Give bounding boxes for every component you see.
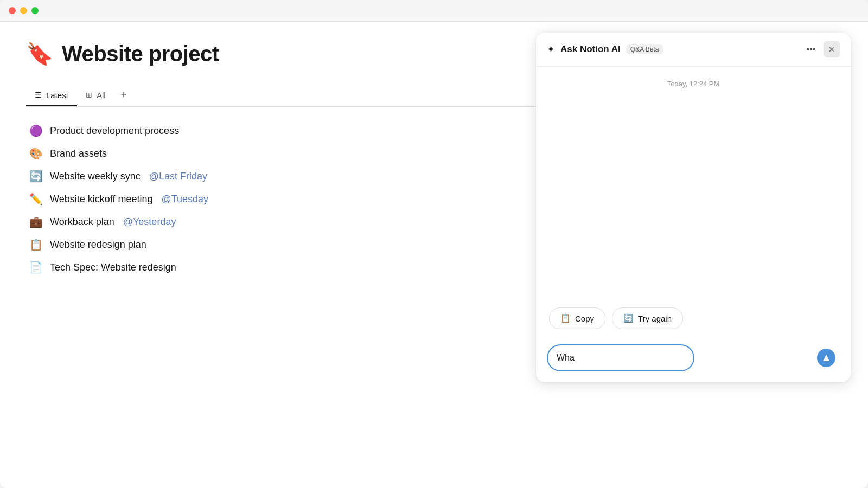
item-date-workback: @Yesterday: [123, 216, 176, 228]
ai-try-again-button[interactable]: 🔄 Try again: [612, 307, 683, 329]
item-icon-brand: 🎨: [28, 147, 43, 160]
page-icon: 🔖: [26, 41, 53, 67]
ai-badge: Q&A Beta: [626, 44, 663, 54]
item-text-workback: Workback plan: [50, 216, 114, 228]
page-title: Website project: [62, 42, 219, 66]
titlebar: [0, 0, 868, 22]
copy-icon: 📋: [560, 313, 571, 323]
ai-header-actions: ••• ✕: [803, 41, 840, 57]
ai-content-area: [549, 97, 838, 299]
try-again-button-label: Try again: [638, 314, 672, 323]
ai-panel-header: ✦ Ask Notion AI Q&A Beta ••• ✕: [536, 33, 851, 67]
item-icon-kickoff: ✏️: [28, 192, 43, 206]
item-text-tech-spec: Tech Spec: Website redesign: [50, 262, 176, 273]
item-text-redesign-plan: Website redesign plan: [50, 239, 146, 251]
item-text-weekly: Website weekly sync: [50, 171, 141, 182]
item-icon-product: 🟣: [28, 124, 43, 137]
item-icon-weekly: 🔄: [28, 170, 43, 183]
ai-timestamp: Today, 12:24 PM: [549, 80, 838, 88]
ai-body: Today, 12:24 PM 📋 Copy 🔄 Try again: [536, 67, 851, 338]
ai-spark-icon: ✦: [547, 43, 555, 55]
ai-action-buttons: 📋 Copy 🔄 Try again: [549, 299, 838, 338]
app-window: 🔖 Website project ☰ Latest ⊞ All + 🟣: [0, 0, 868, 488]
retry-icon: 🔄: [623, 313, 634, 323]
close-window-button[interactable]: [9, 7, 16, 14]
send-icon: [822, 354, 831, 362]
ai-more-button[interactable]: •••: [803, 41, 819, 57]
minimize-window-button[interactable]: [20, 7, 27, 14]
ai-title-group: ✦ Ask Notion AI Q&A Beta: [547, 43, 663, 55]
ai-copy-button[interactable]: 📋 Copy: [549, 307, 605, 329]
tab-latest-label: Latest: [46, 91, 68, 100]
tab-all[interactable]: ⊞ All: [77, 85, 114, 106]
ai-chat-input[interactable]: [547, 344, 694, 371]
item-date-kickoff: @Tuesday: [161, 194, 208, 205]
main-area: 🔖 Website project ☰ Latest ⊞ All + 🟣: [0, 22, 868, 488]
item-icon-workback: 💼: [28, 215, 43, 228]
ai-panel: ✦ Ask Notion AI Q&A Beta ••• ✕ Today, 12…: [536, 33, 851, 382]
tab-latest[interactable]: ☰ Latest: [26, 85, 77, 106]
tab-all-label: All: [97, 91, 106, 100]
item-text-kickoff: Website kickoff meeting: [50, 194, 152, 205]
add-tab-button[interactable]: +: [114, 84, 133, 106]
item-icon-redesign-plan: 📋: [28, 238, 43, 251]
tab-all-icon: ⊞: [86, 91, 92, 99]
copy-button-label: Copy: [575, 314, 594, 323]
ai-close-button[interactable]: ✕: [824, 41, 840, 57]
ai-send-button[interactable]: [817, 349, 835, 367]
ai-input-wrapper: [547, 344, 840, 371]
maximize-window-button[interactable]: [31, 7, 39, 14]
tab-latest-icon: ☰: [35, 91, 42, 99]
item-icon-tech-spec: 📄: [28, 261, 43, 274]
ai-input-row: [536, 338, 851, 382]
item-date-weekly: @Last Friday: [149, 171, 207, 182]
item-text-brand: Brand assets: [50, 148, 107, 159]
ai-panel-title: Ask Notion AI: [560, 44, 621, 55]
item-text-product: Product development process: [50, 125, 179, 137]
